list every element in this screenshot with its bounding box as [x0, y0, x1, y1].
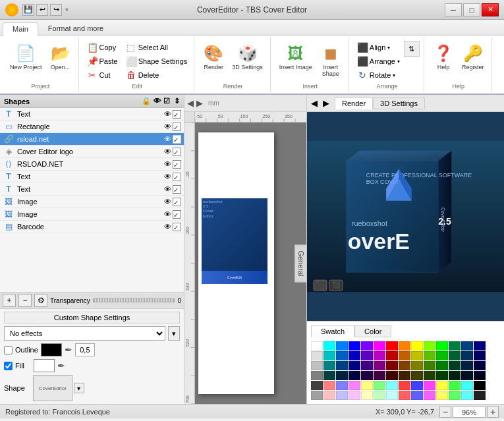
- color-swatch-64[interactable]: [411, 381, 423, 390]
- color-swatch-32[interactable]: [361, 361, 373, 370]
- color-swatch-24[interactable]: [436, 351, 448, 360]
- color-swatch-29[interactable]: [323, 361, 335, 370]
- color-swatch-57[interactable]: [323, 381, 335, 390]
- visibility-check-10[interactable]: [173, 223, 181, 231]
- color-swatch-20[interactable]: [386, 351, 398, 360]
- color-swatch-59[interactable]: [349, 381, 360, 390]
- render-nav-left[interactable]: ◀: [311, 98, 318, 108]
- canvas-viewport[interactable]: rueboxshot2.5CoverEditor CoverEdit Gener…: [195, 123, 306, 404]
- color-swatch-51[interactable]: [424, 371, 435, 380]
- shape-item-5[interactable]: ⟨⟩ RSLOAD.NET 👁: [0, 158, 184, 171]
- 3d-settings-btn[interactable]: 🎲 3D Settings: [229, 41, 266, 73]
- color-swatch-52[interactable]: [436, 371, 448, 380]
- color-swatch-46[interactable]: [361, 371, 373, 380]
- shape-item-4[interactable]: ◈ Cover Editor logo 👁: [0, 146, 184, 158]
- zoom-in-btn[interactable]: +: [487, 406, 499, 418]
- eye-toggle-9[interactable]: 👁: [162, 210, 173, 218]
- shape-settings-btn[interactable]: ⬜ Shape Settings: [123, 55, 190, 68]
- outline-eyedrop-btn[interactable]: ✒: [65, 345, 72, 355]
- visibility-check-8[interactable]: [173, 198, 181, 206]
- color-swatch-43[interactable]: [323, 371, 335, 380]
- color-swatch-72[interactable]: [336, 391, 348, 400]
- color-swatch-9[interactable]: [424, 341, 435, 351]
- color-swatch-39[interactable]: [449, 361, 461, 370]
- color-swatch-36[interactable]: [411, 361, 423, 370]
- color-swatch-81[interactable]: [449, 391, 461, 400]
- color-swatch-76[interactable]: [386, 391, 398, 400]
- render-btn[interactable]: 🎨 Render: [200, 41, 227, 73]
- color-swatch-68[interactable]: [461, 381, 473, 390]
- color-swatch-42[interactable]: [311, 371, 323, 380]
- color-swatch-26[interactable]: [461, 351, 473, 360]
- color-swatch-62[interactable]: [386, 381, 398, 390]
- outline-size-input[interactable]: 0,5: [75, 343, 95, 356]
- color-swatch-5[interactable]: [374, 341, 385, 351]
- color-swatch-74[interactable]: [361, 391, 373, 400]
- register-btn[interactable]: 🔑 Register: [459, 41, 488, 73]
- eye-toggle-2[interactable]: 👁: [162, 123, 173, 130]
- color-swatch-44[interactable]: [336, 371, 348, 380]
- swatch-tab[interactable]: Swatch: [311, 325, 354, 337]
- eye-toggle-6[interactable]: 👁: [162, 173, 173, 181]
- color-swatch-31[interactable]: [349, 361, 360, 370]
- color-swatch-38[interactable]: [436, 361, 448, 370]
- render-nav-right[interactable]: ▶: [323, 98, 329, 108]
- eye-toggle-8[interactable]: 👁: [162, 198, 173, 206]
- new-project-btn[interactable]: 📄 New Project: [7, 41, 45, 73]
- tab-format[interactable]: Format and more: [38, 22, 113, 35]
- color-swatch-49[interactable]: [399, 371, 410, 380]
- quick-access-more[interactable]: ▾: [64, 4, 70, 16]
- outline-checkbox[interactable]: [4, 346, 13, 354]
- eye-toggle-3[interactable]: 👁: [162, 135, 173, 143]
- select-all-btn[interactable]: ⬚ Select All: [123, 41, 190, 54]
- flip-btn[interactable]: ⇅: [404, 41, 420, 57]
- delete-btn[interactable]: 🗑 Delete: [123, 69, 190, 82]
- color-swatch-12[interactable]: [461, 341, 473, 351]
- shape-item-6[interactable]: T Text 👁: [0, 171, 184, 183]
- color-swatch-80[interactable]: [436, 391, 448, 400]
- color-swatch-71[interactable]: [323, 391, 335, 400]
- color-swatch-2[interactable]: [336, 341, 348, 351]
- shape-dropdown-btn[interactable]: ▾: [74, 383, 84, 393]
- remove-shape-btn[interactable]: −: [18, 294, 32, 307]
- color-swatch-55[interactable]: [474, 371, 486, 380]
- color-swatch-56[interactable]: [311, 381, 323, 390]
- color-swatch-7[interactable]: [399, 341, 410, 351]
- eye-toggle-5[interactable]: 👁: [162, 160, 173, 168]
- color-swatch-14[interactable]: [311, 351, 323, 360]
- visibility-check-2[interactable]: [173, 123, 181, 131]
- tab-3d-settings[interactable]: 3D Settings: [373, 98, 425, 109]
- quick-save-btn[interactable]: 💾: [22, 4, 34, 16]
- tab-main[interactable]: Main: [3, 22, 38, 36]
- color-swatch-60[interactable]: [361, 381, 373, 390]
- fill-eyedrop-btn[interactable]: ✒: [57, 360, 65, 371]
- help-btn[interactable]: ❓ Help: [430, 41, 457, 73]
- close-btn[interactable]: ✕: [482, 3, 499, 16]
- color-swatch-58[interactable]: [336, 381, 348, 390]
- color-swatch-19[interactable]: [374, 351, 385, 360]
- shape-item-9[interactable]: 🖼 Image 👁: [0, 208, 184, 221]
- arrange-btn[interactable]: ⬛ Arrange ▾: [354, 55, 403, 68]
- eye-toggle-7[interactable]: 👁: [162, 185, 173, 193]
- shape-item-2[interactable]: ▭ Rectangle 👁: [0, 121, 184, 133]
- color-swatch-47[interactable]: [374, 371, 385, 380]
- color-swatch-30[interactable]: [336, 361, 348, 370]
- rotate-btn[interactable]: ↻ Rotate ▾: [354, 69, 403, 82]
- color-swatch-0[interactable]: [311, 341, 323, 351]
- color-swatch-28[interactable]: [311, 361, 323, 370]
- color-swatch-66[interactable]: [436, 381, 448, 390]
- quick-undo-btn[interactable]: ↩: [36, 4, 48, 16]
- color-swatch-77[interactable]: [399, 391, 410, 400]
- color-swatch-54[interactable]: [461, 371, 473, 380]
- shape-item-7[interactable]: T Text 👁: [0, 183, 184, 196]
- color-swatch-18[interactable]: [361, 351, 373, 360]
- color-swatch-83[interactable]: [474, 391, 486, 400]
- color-swatch-45[interactable]: [349, 371, 360, 380]
- copy-btn[interactable]: 📋 Copy: [84, 41, 121, 54]
- open-btn[interactable]: 📂 Open...: [47, 41, 74, 73]
- shape-item-3[interactable]: 🔗 rsload.net 👁: [0, 133, 184, 146]
- color-swatch-33[interactable]: [374, 361, 385, 370]
- color-swatch-6[interactable]: [386, 341, 398, 351]
- color-swatch-34[interactable]: [386, 361, 398, 370]
- color-swatch-67[interactable]: [449, 381, 461, 390]
